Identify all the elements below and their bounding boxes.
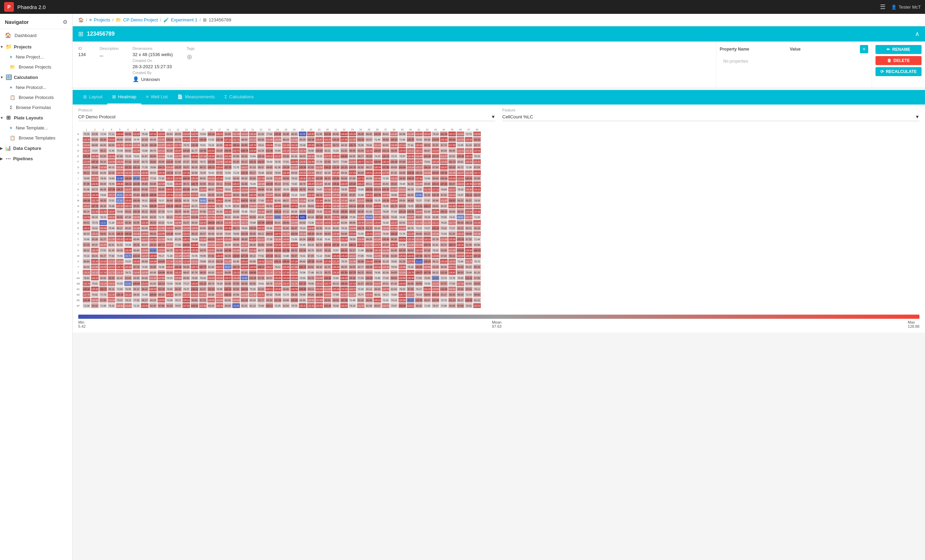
cell-S-31[interactable]: 119.98 [331, 231, 340, 236]
cell-X-42[interactable]: 106.29 [423, 259, 431, 264]
cell-F-39[interactable]: 97.09 [398, 159, 407, 164]
cell-F-6[interactable]: 97.18 [124, 159, 132, 164]
sidebar-settings-icon[interactable]: ⚙ [63, 19, 68, 25]
cell-U-12[interactable]: 77.93 [174, 242, 182, 247]
cell-W-40[interactable]: 128.90 [407, 253, 415, 259]
cell-Q-25[interactable]: 100.91 [282, 220, 290, 225]
cell-AD-34[interactable]: 75.77 [357, 292, 365, 297]
cell-F-46[interactable]: 83.61 [456, 159, 465, 164]
cell-O-15[interactable]: 87.96 [199, 209, 207, 214]
cell-W-15[interactable]: 79.55 [199, 253, 207, 259]
cell-D-11[interactable]: 93.30 [166, 148, 174, 154]
cell-F-7[interactable]: 92.67 [132, 159, 140, 164]
cell-H-46[interactable]: 118.07 [456, 170, 465, 176]
cell-S-28[interactable]: 105.20 [307, 231, 315, 236]
cell-U-23[interactable]: 93.66 [265, 242, 274, 247]
cell-AB-3[interactable]: 116.26 [99, 281, 107, 286]
cell-J-22[interactable]: 110.29 [257, 181, 265, 187]
cell-N-18[interactable]: 71.76 [224, 203, 232, 209]
cell-N-23[interactable]: 92.41 [265, 203, 274, 209]
cell-Z-18[interactable]: 94.05 [224, 269, 232, 275]
cell-K-31[interactable]: 118.01 [331, 187, 340, 192]
cell-Y-22[interactable]: 108.27 [257, 264, 265, 269]
cell-AD-6[interactable]: 121.21 [124, 292, 132, 297]
cell-C-47[interactable]: 81.03 [465, 142, 473, 148]
cell-B-19[interactable]: 122.74 [232, 137, 240, 142]
cell-I-13[interactable]: 108.44 [182, 176, 190, 181]
cell-C-30[interactable]: 115.72 [323, 142, 331, 148]
cell-Z-35[interactable]: 99.41 [365, 269, 373, 275]
cell-V-13[interactable]: 124.06 [182, 247, 190, 253]
cell-F-38[interactable]: 102.46 [390, 159, 398, 164]
cell-I-9[interactable]: 77.19 [149, 176, 157, 181]
cell-P-40[interactable]: 113.27 [407, 214, 415, 220]
cell-W-8[interactable]: 114.37 [140, 253, 149, 259]
cell-H-39[interactable]: 92.86 [398, 170, 407, 176]
cell-J-46[interactable]: 116.15 [456, 181, 465, 187]
cell-L-30[interactable]: 114.97 [323, 192, 331, 198]
cell-C-40[interactable]: 77.41 [407, 142, 415, 148]
cell-Y-20[interactable]: 125.97 [240, 264, 249, 269]
cell-H-6[interactable]: 120.02 [124, 170, 132, 176]
cell-X-36[interactable]: 105.48 [373, 259, 381, 264]
cell-W-46[interactable]: 119.08 [456, 253, 465, 259]
cell-AE-19[interactable]: 110.43 [232, 297, 240, 303]
cell-K-20[interactable]: 119.53 [240, 187, 249, 192]
cell-AF-18[interactable]: 85.84 [224, 303, 232, 309]
cell-C-18[interactable]: 128.43 [224, 142, 232, 148]
cell-AB-28[interactable]: 78.68 [307, 281, 315, 286]
cell-Z-43[interactable]: 84.12 [431, 269, 440, 275]
cell-F-42[interactable]: 75.61 [423, 159, 431, 164]
cell-F-44[interactable]: 118.83 [440, 159, 448, 164]
cell-Z-38[interactable]: 94.65 [390, 269, 398, 275]
cell-B-6[interactable]: 85.85 [124, 137, 132, 142]
cell-AE-8[interactable]: 86.27 [140, 297, 149, 303]
cell-AA-29[interactable]: 112.06 [315, 275, 323, 281]
cell-R-7[interactable]: 111.96 [132, 225, 140, 231]
cell-G-18[interactable]: 107.76 [224, 164, 232, 170]
cell-I-17[interactable]: 127.96 [215, 176, 224, 181]
cell-N-38[interactable]: 101.75 [390, 203, 398, 209]
cell-Z-17[interactable]: 118.03 [215, 269, 224, 275]
cell-K-14[interactable]: 80.94 [190, 187, 199, 192]
cell-K-40[interactable]: 82.76 [407, 187, 415, 192]
cell-E-4[interactable]: 120.94 [107, 154, 116, 159]
cell-B-27[interactable]: 85.29 [298, 137, 307, 142]
cell-C-48[interactable]: 89.72 [473, 142, 481, 148]
cell-V-27[interactable]: 100.06 [298, 247, 307, 253]
cell-X-11[interactable]: 117.86 [166, 259, 174, 264]
cell-AD-32[interactable]: 113.47 [340, 292, 348, 297]
cell-Z-34[interactable]: 94.72 [357, 269, 365, 275]
cell-R-5[interactable]: 85.27 [116, 225, 124, 231]
cell-E-40[interactable]: 122.89 [407, 154, 415, 159]
cell-D-36[interactable]: 105.87 [373, 148, 381, 154]
cell-K-33[interactable]: 123.41 [348, 187, 357, 192]
cell-I-36[interactable]: 120.46 [373, 176, 381, 181]
cell-S-5[interactable]: 108.10 [116, 231, 124, 236]
cell-I-7[interactable]: 35.34 [132, 176, 140, 181]
cell-X-18[interactable]: 111.99 [224, 259, 232, 264]
cell-I-23[interactable]: 82.85 [265, 176, 274, 181]
cell-X-10[interactable]: 103.85 [157, 259, 166, 264]
cell-A-18[interactable]: 92.85 [224, 131, 232, 137]
cell-T-16[interactable]: 103.31 [207, 236, 215, 242]
cell-T-17[interactable]: 118.43 [215, 236, 224, 242]
cell-N-16[interactable]: 122.59 [207, 203, 215, 209]
cell-C-1[interactable]: 114.91 [82, 142, 91, 148]
cell-D-8[interactable]: 73.66 [140, 148, 149, 154]
cell-H-5[interactable]: 119.59 [116, 170, 124, 176]
cell-AB-15[interactable]: 102.30 [199, 281, 207, 286]
cell-Y-14[interactable]: 124.73 [190, 264, 199, 269]
cell-T-10[interactable]: 111.05 [157, 236, 166, 242]
cell-C-35[interactable]: 78.34 [365, 142, 373, 148]
cell-U-36[interactable]: 119.70 [373, 242, 381, 247]
cell-W-14[interactable]: 72.76 [190, 253, 199, 259]
cell-AE-37[interactable]: 71.21 [381, 297, 390, 303]
cell-E-17[interactable]: 89.11 [215, 154, 224, 159]
cell-V-40[interactable]: 98.04 [407, 247, 415, 253]
cell-AB-43[interactable]: 111.91 [431, 281, 440, 286]
cell-U-5[interactable]: 81.01 [116, 242, 124, 247]
cell-L-25[interactable]: 107.27 [282, 192, 290, 198]
cell-AC-45[interactable]: 110.51 [448, 286, 456, 292]
cell-C-2[interactable]: 86.65 [91, 142, 99, 148]
